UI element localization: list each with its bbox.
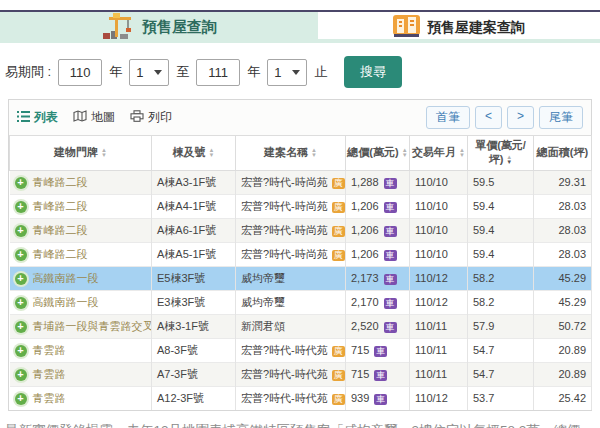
cell-project: 威均帝璽 (236, 290, 346, 314)
cell-area: 45.29 (534, 266, 592, 290)
tab-bar: 預售屋查詢 預售屋建案查詢 (0, 10, 600, 43)
expand-row-icon[interactable]: + (15, 249, 27, 261)
expand-row-icon[interactable]: + (15, 321, 27, 333)
table-row[interactable]: +青峰路二段A棟A5-1F號宏普?時代-時尚苑廣1,206車110/1059.4… (10, 242, 592, 266)
cell-date: 110/10 (410, 218, 468, 242)
from-year-input[interactable] (58, 59, 102, 86)
cell-unit-price: 58.2 (468, 266, 534, 290)
table-row[interactable]: +高鐵南路一段E5棟3F號威均帝璽2,173車110/1258.245.29 (10, 266, 592, 290)
table-row[interactable]: +高鐵南路一段E3棟3F號威均帝璽2,170車110/1258.245.29 (10, 290, 592, 314)
column-header[interactable]: 交易年月▲▼ (410, 136, 468, 171)
filter-bar: 易期間 : 年 1 至 年 1 止 搜尋 (0, 43, 600, 99)
search-button[interactable]: 搜尋 (344, 56, 402, 88)
first-page-button[interactable]: 首筆 (426, 106, 470, 129)
print-button[interactable]: 列印 (130, 109, 172, 126)
to-month-select[interactable]: 1 (267, 59, 307, 86)
cell-total-price: 1,206車 (346, 194, 410, 218)
column-header[interactable]: 總價(萬元)▲▼ (346, 136, 410, 171)
next-page-button[interactable]: > (507, 106, 534, 129)
address-link[interactable]: 青峰路二段 (33, 248, 88, 260)
print-label: 列印 (148, 109, 172, 126)
expand-row-icon[interactable]: + (15, 201, 27, 213)
cell-unit-price: 59.4 (468, 194, 534, 218)
period-label: 易期間 : (5, 63, 51, 81)
cell-area: 28.03 (534, 194, 592, 218)
cell-project: 宏普?時代-時尚苑廣 (236, 194, 346, 218)
crane-icon (101, 13, 135, 42)
sort-icon[interactable]: ▲▼ (459, 148, 465, 158)
column-header[interactable]: 建案名稱▲▼ (236, 136, 346, 171)
column-header: 總面積(坪) (534, 136, 592, 171)
ad-badge: 廣 (332, 346, 345, 357)
from-month-select[interactable]: 1 (129, 59, 169, 86)
toolbar: 列表 地圖 (9, 100, 591, 135)
tab-project-query[interactable]: 預售屋建案查詢 (318, 12, 600, 43)
table-row[interactable]: +青埔路一段與青雲路交叉口A棟3-1F號新潤君頌2,520車110/1157.9… (10, 314, 592, 338)
table-row[interactable]: +青雲路A8-3F號宏普?時代-時代苑廣715車110/1154.720.89 (10, 338, 592, 362)
expand-row-icon[interactable]: + (15, 225, 27, 237)
cell-unit-price: 59.4 (468, 218, 534, 242)
table-row[interactable]: +青峰路二段A棟A3-1F號宏普?時代-時尚苑廣1,288車110/1059.5… (10, 170, 592, 194)
expand-row-icon[interactable]: + (15, 177, 27, 189)
column-header[interactable]: 建物門牌▲▼ (10, 136, 152, 171)
cell-unit: A8-3F號 (152, 338, 236, 362)
prev-page-button[interactable]: < (475, 106, 502, 129)
table-row[interactable]: +青雲路A7-3F號宏普?時代-時代苑廣715車110/1154.720.89 (10, 362, 592, 386)
year-unit-label: 年 (247, 63, 260, 81)
address-link[interactable]: 青峰路二段 (33, 200, 88, 212)
table-row[interactable]: +青峰路二段A棟A6-1F號宏普?時代-時尚苑廣1,206車110/1059.4… (10, 218, 592, 242)
ad-badge: 廣 (332, 250, 345, 261)
address-link[interactable]: 青雲路 (33, 392, 66, 404)
address-link[interactable]: 青雲路 (33, 368, 66, 380)
news-caption: 最新實價登錄揭露，去年12月桃園青埔高鐵特區預售案「威均帝璽」3樓住宅以每坪58… (5, 420, 595, 428)
sort-icon[interactable]: ▲▼ (506, 155, 512, 165)
column-header[interactable]: 單價(萬元/坪)▲▼ (468, 136, 534, 171)
cell-project: 宏普?時代-時尚苑廣 (236, 218, 346, 242)
expand-row-icon[interactable]: + (15, 393, 27, 405)
address-link[interactable]: 青峰路二段 (33, 176, 88, 188)
printer-icon (130, 110, 144, 125)
to-year-input[interactable] (196, 59, 240, 86)
parking-badge: 車 (384, 322, 397, 333)
cell-date: 110/12 (410, 290, 468, 314)
address-link[interactable]: 高鐵南路一段 (33, 272, 99, 284)
expand-row-icon[interactable]: + (15, 345, 27, 357)
parking-badge: 車 (384, 202, 397, 213)
sort-icon[interactable]: ▲▼ (209, 148, 215, 158)
cell-date: 110/10 (410, 170, 468, 194)
cell-project: 宏普?時代-時代苑廣 (236, 386, 346, 410)
cell-project: 宏普?時代-時尚苑廣 (236, 170, 346, 194)
view-map-button[interactable]: 地圖 (73, 109, 115, 126)
map-icon (73, 110, 87, 125)
address-link[interactable]: 青埔路一段與青雲路交叉口 (33, 320, 152, 332)
cell-project: 宏普?時代-時代苑廣 (236, 362, 346, 386)
pagination: 首筆 < > 尾筆 (426, 106, 583, 129)
tab-presale-query[interactable]: 預售屋查詢 (0, 12, 318, 43)
cell-unit: A棟A6-1F號 (152, 218, 236, 242)
cell-date: 110/10 (410, 242, 468, 266)
table-row[interactable]: +青雲路A12-3F號宏普?時代-時代苑廣939車110/1253.725.42 (10, 386, 592, 410)
sort-icon[interactable]: ▲▼ (101, 148, 107, 158)
sort-icon[interactable]: ▲▼ (402, 148, 408, 158)
expand-row-icon[interactable]: + (15, 297, 27, 309)
table-row[interactable]: +青峰路二段A棟A4-1F號宏普?時代-時尚苑廣1,206車110/1059.4… (10, 194, 592, 218)
cell-total-price: 939車 (346, 386, 410, 410)
table-header-row: 建物門牌▲▼棟及號▲▼建案名稱▲▼總價(萬元)▲▼交易年月▲▼單價(萬元/坪)▲… (10, 136, 592, 171)
sort-icon[interactable]: ▲▼ (311, 148, 317, 158)
view-list-button[interactable]: 列表 (17, 109, 58, 126)
address-link[interactable]: 青雲路 (33, 344, 66, 356)
address-link[interactable]: 高鐵南路一段 (33, 296, 99, 308)
column-header[interactable]: 棟及號▲▼ (152, 136, 236, 171)
ad-badge: 廣 (332, 178, 345, 189)
last-page-button[interactable]: 尾筆 (539, 106, 583, 129)
cell-address: +青埔路一段與青雲路交叉口 (10, 314, 152, 338)
expand-row-icon[interactable]: + (15, 273, 27, 285)
cell-unit-price: 58.2 (468, 290, 534, 314)
cell-area: 50.72 (534, 314, 592, 338)
results-panel: 列表 地圖 (8, 99, 592, 411)
cell-area: 20.89 (534, 338, 592, 362)
expand-row-icon[interactable]: + (15, 369, 27, 381)
cell-address: +青峰路二段 (10, 170, 152, 194)
address-link[interactable]: 青峰路二段 (33, 224, 88, 236)
page: 預售屋查詢 預售屋建案查詢 易期間 : 年 1 至 (0, 10, 600, 428)
